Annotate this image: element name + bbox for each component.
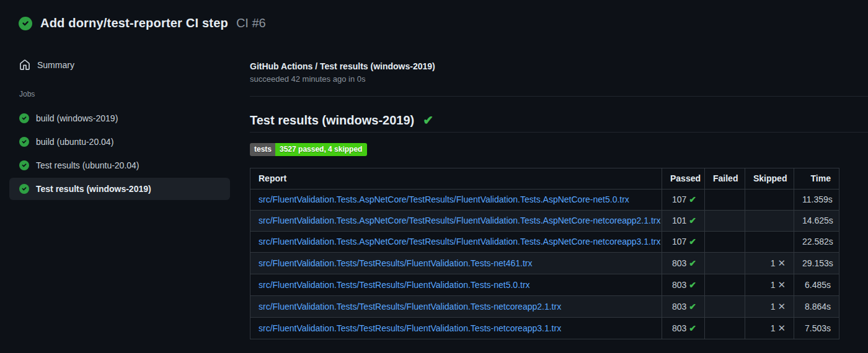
cross-icon: ✕: [777, 279, 786, 290]
time-cell: 8.864s: [794, 296, 839, 318]
column-header-passed: Passed: [662, 168, 705, 190]
job-item-label: Test results (windows-2019): [36, 184, 151, 194]
column-header-failed: Failed: [705, 168, 745, 190]
job-item-label: build (ubuntu-20.04): [36, 137, 113, 147]
sidebar-item-test-results-ubuntu[interactable]: Test results (ubuntu-20.04): [9, 154, 230, 176]
column-header-skipped: Skipped: [745, 168, 794, 190]
table-row: src/FluentValidation.Tests/TestResults/F…: [250, 253, 839, 274]
failed-cell: [705, 296, 745, 318]
check-icon: ✔: [689, 302, 696, 312]
success-check-circle-icon: [19, 113, 29, 123]
skipped-cell: 1✕: [745, 274, 794, 296]
column-header-report: Report: [250, 168, 662, 190]
run-number: CI #6: [236, 16, 266, 30]
skipped-cell: 1✕: [745, 318, 794, 339]
table-header-row: Report Passed Failed Skipped Time: [250, 168, 839, 190]
check-icon: ✔: [689, 323, 696, 333]
report-link[interactable]: src/FluentValidation.Tests.AspNetCore/Te…: [259, 216, 660, 225]
success-check-circle-icon: [19, 17, 32, 30]
table-row: src/FluentValidation.Tests/TestResults/F…: [250, 296, 839, 318]
skipped-cell: [745, 190, 794, 211]
report-link[interactable]: src/FluentValidation.Tests/TestResults/F…: [259, 323, 561, 333]
failed-cell: [705, 274, 745, 296]
table-row: src/FluentValidation.Tests.AspNetCore/Te…: [250, 232, 839, 253]
table-row: src/FluentValidation.Tests/TestResults/F…: [250, 318, 839, 339]
jobs-section-label: Jobs: [19, 90, 220, 98]
test-results-table: Report Passed Failed Skipped Time src/Fl…: [250, 168, 839, 339]
check-icon: ✔: [423, 113, 433, 127]
check-icon: ✔: [689, 194, 696, 204]
time-cell: 11.359s: [794, 190, 839, 211]
tests-badge: tests 3527 passed, 4 skipped: [250, 143, 367, 156]
job-header: GitHub Actions / Test results (windows-2…: [250, 41, 868, 97]
passed-cell: 803✔: [662, 274, 705, 296]
check-icon: ✔: [689, 280, 696, 290]
sidebar-item-build-windows[interactable]: build (windows-2019): [9, 107, 230, 129]
time-cell: 6.485s: [794, 274, 839, 296]
sidebar-item-summary[interactable]: Summary: [9, 54, 230, 76]
check-icon: ✔: [689, 237, 696, 246]
skipped-cell: [745, 211, 794, 232]
badge-label: tests: [250, 143, 275, 156]
skipped-cell: 1✕: [745, 296, 794, 318]
column-header-time: Time: [794, 168, 839, 190]
check-icon: ✔: [689, 216, 696, 225]
skipped-cell: 1✕: [745, 253, 794, 274]
badge-value: 3527 passed, 4 skipped: [275, 143, 367, 156]
passed-cell: 803✔: [662, 296, 705, 318]
table-row: src/FluentValidation.Tests/TestResults/F…: [250, 274, 839, 296]
success-check-circle-icon: [19, 184, 29, 194]
time-cell: 7.503s: [794, 318, 839, 339]
table-row: src/FluentValidation.Tests.AspNetCore/Te…: [250, 211, 839, 232]
sidebar-item-build-ubuntu[interactable]: build (ubuntu-20.04): [9, 131, 230, 153]
passed-cell: 107✔: [662, 190, 705, 211]
success-check-circle-icon: [19, 137, 29, 147]
cross-icon: ✕: [777, 258, 786, 268]
report-link[interactable]: src/FluentValidation.Tests.AspNetCore/Te…: [259, 237, 660, 246]
main-content: GitHub Actions / Test results (windows-2…: [250, 41, 868, 339]
job-item-label: Test results (ubuntu-20.04): [36, 160, 140, 170]
passed-cell: 101✔: [662, 211, 705, 232]
cross-icon: ✕: [777, 301, 786, 312]
check-icon: ✔: [689, 258, 696, 268]
passed-cell: 803✔: [662, 318, 705, 339]
run-header: Add dorny/test-reporter CI step CI #6: [0, 0, 868, 41]
jobs-sidebar: Summary Jobs build (windows-2019) build …: [9, 41, 230, 201]
job-title: GitHub Actions / Test results (windows-2…: [250, 61, 868, 71]
time-cell: 14.625s: [794, 211, 839, 232]
section-header: Test results (windows-2019) ✔: [250, 97, 868, 133]
job-status-text: succeeded 42 minutes ago in 0s: [250, 74, 868, 84]
time-cell: 22.582s: [794, 232, 839, 253]
passed-cell: 107✔: [662, 232, 705, 253]
failed-cell: [705, 232, 745, 253]
section-heading: Test results (windows-2019): [250, 113, 414, 127]
job-item-label: build (windows-2019): [36, 113, 118, 123]
home-icon: [19, 59, 30, 71]
run-title: Add dorny/test-reporter CI step: [40, 16, 228, 30]
sidebar-item-test-results-windows[interactable]: Test results (windows-2019): [9, 178, 230, 200]
failed-cell: [705, 318, 745, 339]
table-row: src/FluentValidation.Tests.AspNetCore/Te…: [250, 190, 839, 211]
report-link[interactable]: src/FluentValidation.Tests/TestResults/F…: [259, 280, 530, 290]
time-cell: 29.153s: [794, 253, 839, 274]
failed-cell: [705, 253, 745, 274]
failed-cell: [705, 211, 745, 232]
failed-cell: [705, 190, 745, 211]
report-link[interactable]: src/FluentValidation.Tests/TestResults/F…: [259, 302, 561, 312]
report-link[interactable]: src/FluentValidation.Tests.AspNetCore/Te…: [259, 194, 629, 204]
success-check-circle-icon: [19, 160, 29, 170]
skipped-cell: [745, 232, 794, 253]
summary-label: Summary: [37, 60, 74, 70]
report-link[interactable]: src/FluentValidation.Tests/TestResults/F…: [259, 258, 532, 268]
cross-icon: ✕: [777, 323, 786, 333]
passed-cell: 803✔: [662, 253, 705, 274]
